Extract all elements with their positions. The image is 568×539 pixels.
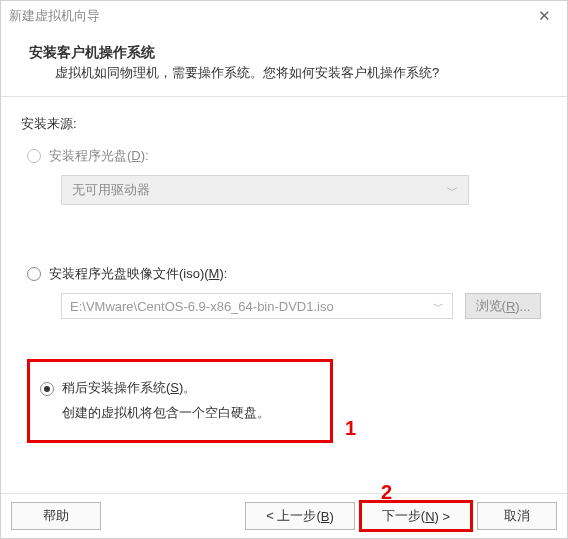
header-subtitle: 虚拟机如同物理机，需要操作系统。您将如何安装客户机操作系统?	[29, 63, 547, 84]
option-installer-disc-label: 安装程序光盘(D):	[49, 147, 149, 165]
wizard-header: 安装客户机操作系统 虚拟机如同物理机，需要操作系统。您将如何安装客户机操作系统?	[1, 31, 567, 96]
chevron-down-icon: ﹀	[447, 183, 458, 198]
option-install-later-label: 稍后安装操作系统(S)。	[62, 376, 196, 401]
back-button[interactable]: < 上一步(B)	[245, 502, 355, 530]
radio-installer-disc[interactable]	[27, 149, 41, 163]
option-iso-file-label: 安装程序光盘映像文件(iso)(M):	[49, 265, 227, 283]
iso-path-combobox[interactable]: E:\VMware\CentOS-6.9-x86_64-bin-DVD1.iso…	[61, 293, 453, 319]
install-source-label: 安装来源:	[21, 115, 547, 133]
option-install-later[interactable]: 稍后安装操作系统(S)。	[40, 376, 318, 401]
annotation-1: 1	[345, 417, 356, 440]
next-button[interactable]: 下一步(N) >	[361, 502, 471, 530]
radio-iso-file[interactable]	[27, 267, 41, 281]
chevron-down-icon: ﹀	[433, 299, 444, 314]
header-title: 安装客户机操作系统	[29, 41, 547, 63]
wizard-body: 安装来源: 安装程序光盘(D): 无可用驱动器 ﹀ 安装程序光盘映像文件(iso…	[1, 97, 567, 493]
option-installer-disc[interactable]: 安装程序光盘(D):	[27, 147, 547, 165]
drive-dropdown-value: 无可用驱动器	[72, 181, 150, 199]
drive-dropdown: 无可用驱动器 ﹀	[61, 175, 469, 205]
radio-install-later[interactable]	[40, 382, 54, 396]
iso-path-value: E:\VMware\CentOS-6.9-x86_64-bin-DVD1.iso	[70, 299, 334, 314]
cancel-button[interactable]: 取消	[477, 502, 557, 530]
wizard-window: 新建虚拟机向导 ✕ 安装客户机操作系统 虚拟机如同物理机，需要操作系统。您将如何…	[0, 0, 568, 539]
window-title: 新建虚拟机向导	[9, 7, 100, 25]
iso-row: E:\VMware\CentOS-6.9-x86_64-bin-DVD1.iso…	[61, 293, 547, 319]
close-icon[interactable]: ✕	[529, 7, 559, 25]
wizard-footer: 帮助 < 上一步(B) 下一步(N) > 取消	[1, 493, 567, 538]
annotation-2: 2	[381, 481, 392, 504]
browse-button[interactable]: 浏览(R)...	[465, 293, 541, 319]
titlebar: 新建虚拟机向导 ✕	[1, 1, 567, 31]
option-install-later-highlight: 稍后安装操作系统(S)。 创建的虚拟机将包含一个空白硬盘。	[27, 359, 333, 442]
option-install-later-description: 创建的虚拟机将包含一个空白硬盘。	[40, 401, 318, 426]
option-iso-file[interactable]: 安装程序光盘映像文件(iso)(M):	[27, 265, 547, 283]
help-button[interactable]: 帮助	[11, 502, 101, 530]
